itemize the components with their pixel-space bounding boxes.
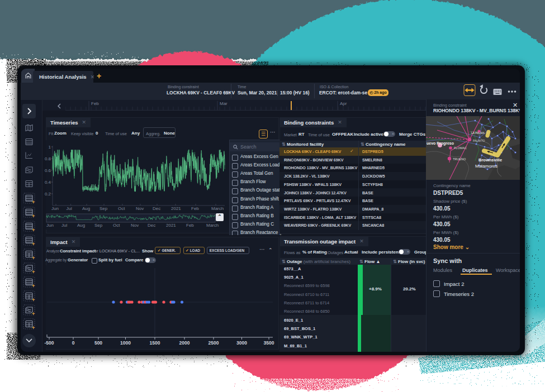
svg-text:Mar: Mar bbox=[220, 101, 228, 106]
svg-text:3000: 3000 bbox=[236, 340, 247, 346]
svg-text:Sep: Sep bbox=[99, 206, 108, 211]
svg-text:1: 1 bbox=[49, 145, 51, 150]
svg-text:Feb: Feb bbox=[91, 101, 99, 106]
svg-text:-500: -500 bbox=[44, 340, 54, 346]
svg-text:Matamoros: Matamoros bbox=[475, 164, 497, 169]
svg-text:+: + bbox=[32, 227, 35, 233]
svg-text:FLOMAC: FLOMAC bbox=[454, 146, 467, 150]
svg-text:2021: 2021 bbox=[171, 206, 181, 211]
svg-text:Aug: Aug bbox=[77, 223, 85, 228]
svg-text:1000: 1000 bbox=[120, 340, 131, 346]
svg-text:1500: 1500 bbox=[150, 340, 160, 346]
svg-text:0.4: 0.4 bbox=[45, 180, 51, 185]
svg-text:Feb: Feb bbox=[191, 206, 199, 211]
svg-text:2021: 2021 bbox=[166, 223, 176, 228]
svg-text:+: + bbox=[32, 213, 35, 219]
svg-text:Jun: Jun bbox=[51, 206, 59, 211]
svg-text:Dec: Dec bbox=[148, 223, 155, 228]
svg-text:0.8: 0.8 bbox=[45, 156, 51, 161]
svg-text:2000: 2000 bbox=[179, 340, 190, 346]
svg-text:LA PALMA: LA PALMA bbox=[471, 131, 485, 135]
svg-text:Oct: Oct bbox=[118, 206, 125, 211]
svg-text:Oct: Oct bbox=[113, 223, 120, 228]
svg-text:0.6: 0.6 bbox=[45, 168, 51, 173]
svg-text:+: + bbox=[32, 199, 35, 205]
svg-text:0: 0 bbox=[72, 340, 75, 346]
svg-text:uevo Progreso: uevo Progreso bbox=[426, 141, 454, 146]
svg-text:Nov: Nov bbox=[131, 223, 139, 228]
svg-text:Feb: Feb bbox=[186, 223, 194, 228]
svg-text:Aug: Aug bbox=[82, 206, 90, 211]
svg-text:Brownsville: Brownsville bbox=[478, 157, 502, 162]
svg-text:0.2: 0.2 bbox=[45, 192, 51, 197]
svg-text:+: + bbox=[32, 297, 35, 303]
svg-text:+: + bbox=[32, 255, 35, 261]
svg-text:3500: 3500 bbox=[264, 340, 274, 346]
svg-text:Nov: Nov bbox=[136, 206, 144, 211]
svg-text:+: + bbox=[32, 283, 35, 289]
svg-text:Jul: Jul bbox=[67, 206, 72, 211]
svg-text:Sep: Sep bbox=[94, 223, 103, 228]
svg-text:Jul: Jul bbox=[61, 223, 67, 228]
svg-text:March: March bbox=[211, 206, 224, 211]
svg-text:Apr: Apr bbox=[340, 101, 347, 106]
svg-text:+: + bbox=[32, 311, 35, 317]
svg-text:2500: 2500 bbox=[208, 340, 219, 346]
svg-text:PALMITO: PALMITO bbox=[473, 139, 485, 142]
svg-text:Jun: Jun bbox=[46, 223, 54, 228]
svg-text:+: + bbox=[32, 269, 35, 275]
svg-text:500: 500 bbox=[94, 340, 102, 346]
svg-text:TRUENO: TRUENO bbox=[453, 157, 466, 161]
svg-text:+: + bbox=[32, 325, 35, 331]
svg-text:Dec: Dec bbox=[153, 206, 160, 211]
svg-text:March: March bbox=[206, 223, 219, 228]
svg-text:+: + bbox=[32, 241, 35, 247]
